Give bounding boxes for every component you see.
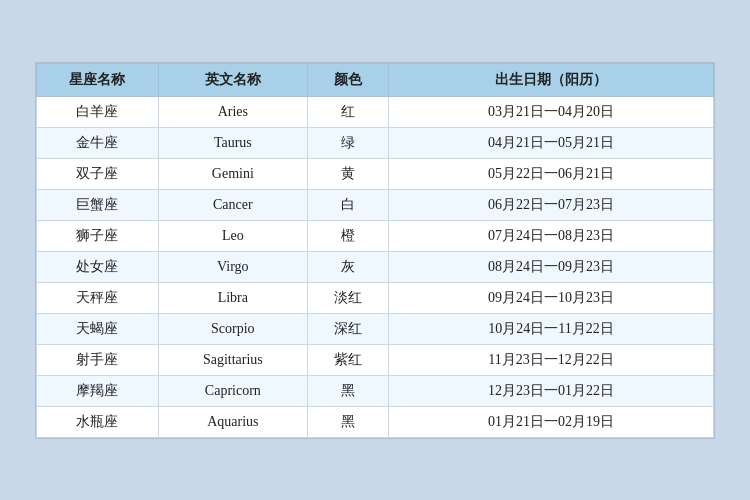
cell-color: 淡红: [307, 282, 388, 313]
cell-zh: 天秤座: [37, 282, 159, 313]
header-en: 英文名称: [158, 63, 307, 96]
table-row: 狮子座Leo橙07月24日一08月23日: [37, 220, 714, 251]
header-color: 颜色: [307, 63, 388, 96]
cell-zh: 白羊座: [37, 96, 159, 127]
table-row: 双子座Gemini黄05月22日一06月21日: [37, 158, 714, 189]
cell-zh: 水瓶座: [37, 406, 159, 437]
table-row: 金牛座Taurus绿04月21日一05月21日: [37, 127, 714, 158]
cell-color: 紫红: [307, 344, 388, 375]
table-header-row: 星座名称 英文名称 颜色 出生日期（阳历）: [37, 63, 714, 96]
cell-zh: 金牛座: [37, 127, 159, 158]
cell-en: Libra: [158, 282, 307, 313]
cell-color: 绿: [307, 127, 388, 158]
cell-zh: 狮子座: [37, 220, 159, 251]
cell-color: 灰: [307, 251, 388, 282]
cell-en: Scorpio: [158, 313, 307, 344]
cell-date: 08月24日一09月23日: [389, 251, 714, 282]
cell-zh: 双子座: [37, 158, 159, 189]
table-row: 处女座Virgo灰08月24日一09月23日: [37, 251, 714, 282]
zodiac-table: 星座名称 英文名称 颜色 出生日期（阳历） 白羊座Aries红03月21日一04…: [36, 63, 714, 438]
cell-date: 09月24日一10月23日: [389, 282, 714, 313]
table-row: 水瓶座Aquarius黑01月21日一02月19日: [37, 406, 714, 437]
cell-date: 12月23日一01月22日: [389, 375, 714, 406]
cell-en: Virgo: [158, 251, 307, 282]
cell-en: Capricorn: [158, 375, 307, 406]
cell-date: 07月24日一08月23日: [389, 220, 714, 251]
cell-color: 深红: [307, 313, 388, 344]
cell-zh: 摩羯座: [37, 375, 159, 406]
cell-en: Gemini: [158, 158, 307, 189]
zodiac-table-wrapper: 星座名称 英文名称 颜色 出生日期（阳历） 白羊座Aries红03月21日一04…: [35, 62, 715, 439]
cell-en: Aries: [158, 96, 307, 127]
header-date: 出生日期（阳历）: [389, 63, 714, 96]
cell-en: Sagittarius: [158, 344, 307, 375]
cell-date: 11月23日一12月22日: [389, 344, 714, 375]
cell-zh: 天蝎座: [37, 313, 159, 344]
cell-zh: 处女座: [37, 251, 159, 282]
cell-color: 黄: [307, 158, 388, 189]
cell-date: 04月21日一05月21日: [389, 127, 714, 158]
cell-en: Taurus: [158, 127, 307, 158]
table-row: 射手座Sagittarius紫红11月23日一12月22日: [37, 344, 714, 375]
table-row: 摩羯座Capricorn黑12月23日一01月22日: [37, 375, 714, 406]
table-row: 天秤座Libra淡红09月24日一10月23日: [37, 282, 714, 313]
cell-color: 橙: [307, 220, 388, 251]
table-body: 白羊座Aries红03月21日一04月20日金牛座Taurus绿04月21日一0…: [37, 96, 714, 437]
cell-en: Leo: [158, 220, 307, 251]
cell-zh: 巨蟹座: [37, 189, 159, 220]
header-zh: 星座名称: [37, 63, 159, 96]
cell-date: 05月22日一06月21日: [389, 158, 714, 189]
cell-date: 10月24日一11月22日: [389, 313, 714, 344]
cell-color: 白: [307, 189, 388, 220]
table-row: 白羊座Aries红03月21日一04月20日: [37, 96, 714, 127]
cell-date: 03月21日一04月20日: [389, 96, 714, 127]
cell-zh: 射手座: [37, 344, 159, 375]
cell-color: 黑: [307, 375, 388, 406]
cell-color: 黑: [307, 406, 388, 437]
cell-en: Cancer: [158, 189, 307, 220]
table-row: 天蝎座Scorpio深红10月24日一11月22日: [37, 313, 714, 344]
cell-date: 06月22日一07月23日: [389, 189, 714, 220]
cell-date: 01月21日一02月19日: [389, 406, 714, 437]
table-row: 巨蟹座Cancer白06月22日一07月23日: [37, 189, 714, 220]
cell-en: Aquarius: [158, 406, 307, 437]
cell-color: 红: [307, 96, 388, 127]
